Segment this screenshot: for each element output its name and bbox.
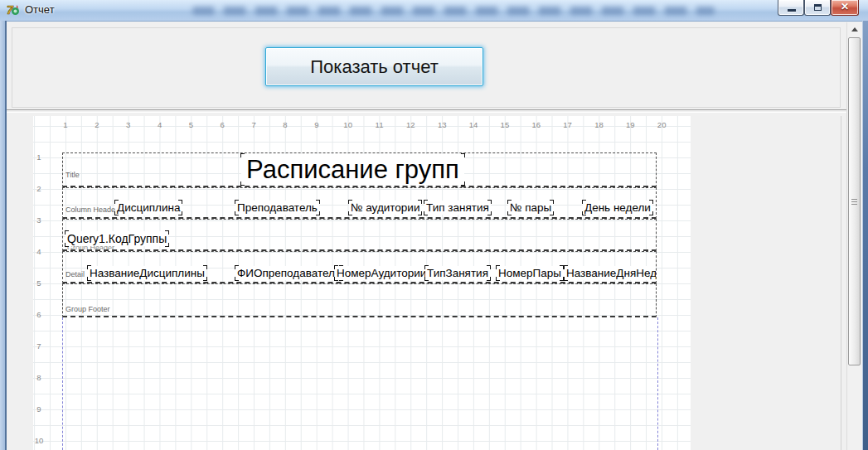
selection-corner-mark: [203, 265, 207, 269]
column-header-cell[interactable]: № пары: [508, 201, 553, 215]
minimize-button[interactable]: [778, 0, 804, 16]
selection-corner-mark: [550, 211, 554, 215]
v-ruler-number: 7: [29, 341, 49, 351]
vertical-scrollbar[interactable]: [846, 22, 862, 450]
h-ruler-number: 6: [212, 120, 232, 130]
selection-corner-mark: [203, 277, 207, 281]
window-border-right: [862, 21, 868, 450]
scrollbar-up-button[interactable]: [848, 22, 861, 36]
selection-corner-mark: [316, 211, 320, 215]
v-ruler-number: 5: [29, 278, 49, 288]
selection-corner-mark: [418, 200, 422, 204]
selection-corner-mark: [114, 200, 119, 204]
h-ruler-number: 19: [620, 120, 640, 130]
v-ruler-number: 9: [29, 404, 49, 414]
selection-corner-mark: [461, 153, 465, 157]
scrollbar-grip-icon: [851, 199, 857, 206]
selection-corner-mark: [564, 277, 568, 281]
selection-corner-mark: [487, 211, 492, 215]
band-group-header[interactable]: Group Header Query1.КодГруппы: [62, 219, 657, 251]
column-header-cell[interactable]: День недели: [583, 201, 652, 215]
delphi-app-icon: 7: [7, 3, 20, 17]
band-title[interactable]: Расписание групп Title: [62, 152, 657, 187]
band-group-footer-caption: Group Footer: [65, 306, 110, 313]
selection-corner-mark: [87, 265, 91, 269]
panel-separator: [7, 109, 846, 113]
h-ruler-number: 17: [558, 120, 578, 130]
detail-field[interactable]: НазваниеДняНедел: [565, 266, 657, 280]
selection-corner-mark: [235, 211, 239, 215]
band-title-caption: Title: [65, 172, 80, 179]
v-ruler-number: 6: [29, 310, 49, 320]
selection-corner-mark: [418, 211, 422, 215]
report-title-label[interactable]: Расписание групп: [241, 154, 464, 185]
close-button[interactable]: ✕: [831, 0, 859, 16]
h-ruler-number: 16: [526, 120, 546, 130]
selection-corner-mark: [424, 277, 429, 281]
column-header-cell[interactable]: Тип занятия: [424, 201, 491, 215]
detail-field[interactable]: НазваниеДисциплины: [88, 266, 206, 280]
maximize-button[interactable]: [804, 0, 831, 16]
scroll-up-icon: [851, 27, 858, 31]
column-header-cell[interactable]: № аудитории: [349, 201, 421, 215]
selection-corner-mark: [582, 200, 586, 204]
band-detail[interactable]: Detail НазваниеДисциплиныФИОпреподавател…: [62, 251, 657, 283]
selection-corner-mark: [334, 277, 338, 281]
window-title: Отчет: [25, 3, 55, 16]
h-ruler-number: 9: [307, 120, 327, 130]
scrollbar-thumb[interactable]: [848, 37, 861, 365]
v-ruler-number: 8: [29, 373, 49, 383]
selection-corner-mark: [424, 200, 428, 204]
h-ruler-number: 10: [338, 120, 358, 130]
v-ruler-number: 3: [29, 215, 49, 225]
selection-corner-mark: [461, 181, 465, 186]
minimize-icon: [788, 9, 796, 12]
h-ruler-number: 4: [150, 120, 170, 130]
selection-corner-mark: [348, 211, 352, 215]
v-ruler-number: 10: [29, 436, 49, 446]
selection-corner-mark: [114, 211, 119, 215]
band-column-header[interactable]: Column Header ДисциплинаПреподаватель№ а…: [62, 187, 657, 219]
selection-corner-mark: [649, 211, 653, 215]
h-ruler-number: 11: [370, 120, 390, 130]
selection-corner-mark: [165, 243, 169, 247]
band-group-footer[interactable]: Group Footer: [62, 283, 657, 317]
h-ruler-number: 14: [463, 120, 483, 130]
selection-corner-mark: [424, 211, 428, 215]
detail-field[interactable]: НомерАудитории: [335, 266, 428, 280]
page-margin-line-right: [657, 317, 658, 450]
v-ruler-number: 2: [29, 184, 49, 194]
h-ruler-number: 13: [432, 120, 452, 130]
selection-corner-mark: [240, 153, 245, 157]
h-ruler-number: 8: [275, 120, 295, 130]
selection-corner-mark: [240, 181, 245, 186]
selection-corner-mark: [65, 230, 69, 235]
show-report-button[interactable]: Показать отчет: [265, 47, 483, 86]
detail-field[interactable]: ФИОпреподавателя: [235, 266, 342, 280]
column-header-cell[interactable]: Дисциплина: [115, 201, 182, 215]
app-window: 7 Отчет ✕ Показать отчет Расписание груп…: [0, 0, 868, 450]
selection-corner-mark: [178, 211, 182, 215]
close-icon: ✕: [832, 1, 858, 12]
selection-corner-mark: [235, 200, 239, 204]
selection-corner-mark: [582, 211, 586, 215]
h-ruler-number: 1: [56, 120, 75, 130]
group-field-label[interactable]: Query1.КодГруппы: [65, 231, 168, 246]
column-header-cell[interactable]: Преподаватель: [235, 201, 319, 215]
h-ruler-number: 3: [119, 120, 138, 130]
selection-corner-mark: [87, 277, 91, 281]
selection-corner-mark: [235, 265, 239, 269]
detail-field[interactable]: ТипЗанятия: [425, 266, 490, 280]
selection-corner-mark: [507, 211, 512, 215]
selection-corner-mark: [496, 277, 500, 281]
page-margin-line-left: [62, 317, 63, 450]
h-ruler-number: 7: [244, 120, 264, 130]
selection-corner-mark: [348, 200, 352, 204]
report-designer: Расписание групп Title Column Header Дис…: [7, 116, 846, 450]
detail-field[interactable]: НомерПары: [497, 266, 563, 280]
h-ruler-number: 18: [589, 120, 609, 130]
report-page[interactable]: Расписание групп Title Column Header Дис…: [33, 116, 691, 450]
maximize-icon: [814, 4, 822, 11]
selection-corner-mark: [487, 265, 491, 269]
h-ruler-number: 2: [87, 120, 107, 130]
